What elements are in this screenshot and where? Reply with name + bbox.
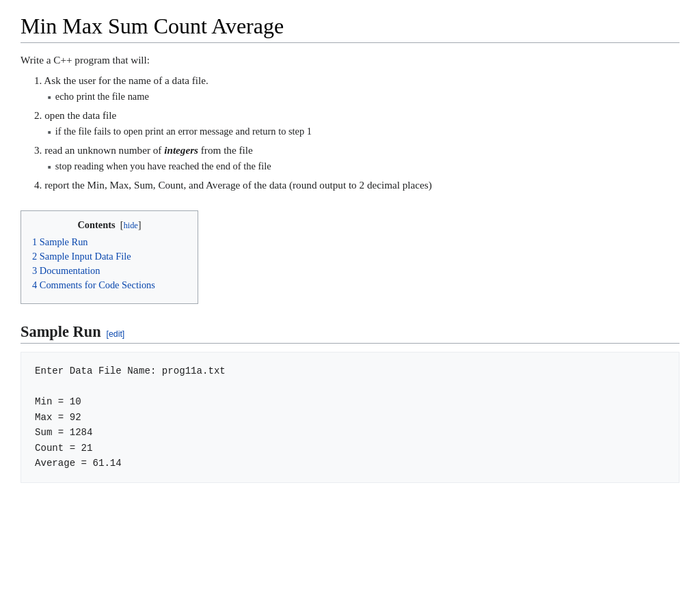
toc-title: Contents bbox=[77, 219, 115, 230]
sub-text: echo print the file name bbox=[55, 91, 149, 102]
list-item: 2. open the data file if the file fails … bbox=[34, 109, 679, 137]
section-title: Sample Run bbox=[21, 323, 101, 341]
list-item: 1. Ask the user for the name of a data f… bbox=[34, 74, 679, 102]
section-heading-sample-run: Sample Run [edit] bbox=[21, 323, 679, 344]
toc-item: 1 Sample Run bbox=[32, 236, 187, 248]
sub-list: stop reading when you have reached the e… bbox=[48, 161, 679, 172]
toc-link-3[interactable]: 3 Documentation bbox=[32, 265, 100, 276]
step-text: report the Min, Max, Sum, Count, and Ave… bbox=[44, 179, 432, 191]
sub-list: echo print the file name bbox=[48, 91, 679, 102]
step-text: read an unknown number of integers from … bbox=[44, 144, 253, 156]
toc-header: Contents [hide] bbox=[32, 219, 187, 231]
sub-text: if the file fails to open print an error… bbox=[55, 126, 312, 137]
step-text: open the data file bbox=[44, 109, 116, 121]
main-list: 1. Ask the user for the name of a data f… bbox=[34, 74, 679, 191]
list-item: 3. read an unknown number of integers fr… bbox=[34, 144, 679, 172]
toc-list: 1 Sample Run 2 Sample Input Data File 3 … bbox=[32, 236, 187, 291]
toc-item: 2 Sample Input Data File bbox=[32, 251, 187, 262]
sub-list: if the file fails to open print an error… bbox=[48, 126, 679, 137]
toc-item: 4 Comments for Code Sections bbox=[32, 279, 187, 291]
bold-italic-text: integers bbox=[164, 144, 198, 156]
page-wrapper: Min Max Sum Count Average Write a C++ pr… bbox=[0, 0, 700, 510]
toc-link-1[interactable]: 1 Sample Run bbox=[32, 236, 88, 247]
intro-text: Write a C++ program that will: bbox=[21, 54, 679, 66]
page-title: Min Max Sum Count Average bbox=[21, 14, 679, 43]
step-text: Ask the user for the name of a data file… bbox=[44, 74, 208, 86]
step-number: 1. bbox=[34, 74, 44, 86]
sub-text: stop reading when you have reached the e… bbox=[55, 161, 271, 172]
code-block: Enter Data File Name: prog11a.txt Min = … bbox=[21, 352, 679, 483]
list-item: if the file fails to open print an error… bbox=[48, 126, 679, 137]
toc-hide-link[interactable]: hide bbox=[124, 221, 138, 230]
toc-link-2[interactable]: 2 Sample Input Data File bbox=[32, 251, 131, 262]
list-item: echo print the file name bbox=[48, 91, 679, 102]
step-number: 4. bbox=[34, 179, 44, 191]
list-item: 4. report the Min, Max, Sum, Count, and … bbox=[34, 179, 679, 191]
step-number: 2. bbox=[34, 109, 44, 121]
toc-box: Contents [hide] 1 Sample Run 2 Sample In… bbox=[21, 210, 198, 304]
list-item: stop reading when you have reached the e… bbox=[48, 161, 679, 172]
step-number: 3. bbox=[34, 144, 44, 156]
toc-item: 3 Documentation bbox=[32, 265, 187, 277]
section-edit-link[interactable]: [edit] bbox=[107, 329, 125, 339]
toc-link-4[interactable]: 4 Comments for Code Sections bbox=[32, 279, 155, 290]
